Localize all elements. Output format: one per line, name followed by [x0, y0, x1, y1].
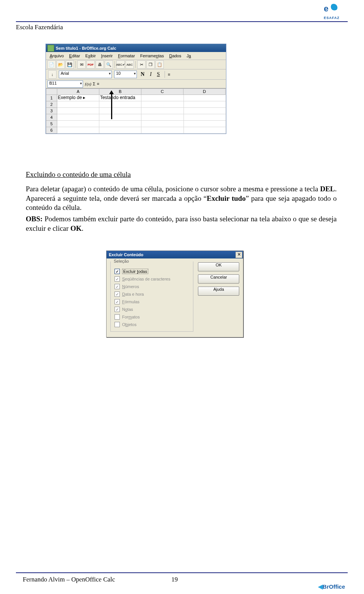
bold-button[interactable]: N — [139, 71, 146, 77]
selection-group: Seleção ✓Excluir todas✓Seqüências de car… — [110, 262, 193, 332]
font-combo[interactable]: Arial — [59, 71, 112, 78]
menu-formatar[interactable]: Formatar — [116, 53, 137, 59]
cell-A4[interactable] — [57, 114, 99, 121]
col-headers: A B C D — [46, 88, 226, 95]
checkbox-5: ✓Notas — [115, 306, 189, 313]
cell-C1[interactable] — [141, 95, 184, 101]
footer-author: Fernando Alvim – OpenOffice Calc — [23, 576, 115, 583]
autospell-icon[interactable]: ABC — [126, 60, 134, 69]
row-4[interactable]: 4 — [46, 114, 57, 121]
col-A[interactable]: A — [57, 88, 99, 95]
checkbox-label: Data e hora — [122, 292, 144, 296]
cell-B2[interactable] — [99, 101, 141, 108]
checkbox-6: Formatos — [115, 313, 189, 321]
name-box[interactable]: B11 — [47, 80, 83, 88]
save-icon[interactable]: 💾 — [66, 60, 74, 69]
cell-D1[interactable] — [184, 95, 226, 101]
checkbox-box — [115, 322, 120, 327]
new-icon[interactable]: 📄 — [47, 60, 56, 69]
format-toolbar: ↓ Arial 10 N I S ≡ — [46, 69, 226, 80]
pdf-icon[interactable]: PDF — [86, 60, 95, 69]
checkbox-box — [115, 314, 120, 320]
dialog-title: Excluir Conteúdo — [109, 252, 143, 257]
row-3[interactable]: 3 — [46, 108, 57, 114]
cell-C5[interactable] — [141, 121, 184, 127]
cell-C4[interactable] — [141, 114, 184, 121]
window-title: Sem título1 - BrOffice.org Calc — [56, 46, 116, 50]
menu-ferramentas[interactable]: Ferramentas — [138, 53, 166, 59]
preview-icon[interactable]: 🔍 — [105, 60, 113, 69]
underline-button[interactable]: S — [155, 71, 162, 77]
align-left-icon[interactable]: ≡ — [168, 72, 170, 77]
menu-dados[interactable]: Dados — [167, 53, 184, 59]
checkbox-label: Notas — [122, 307, 133, 312]
cell-D6[interactable] — [184, 127, 226, 134]
checkbox-box: ✓ — [115, 291, 120, 297]
dialog-titlebar: Excluir Conteúdo ✕ — [107, 251, 243, 258]
menu-editar[interactable]: Editar — [67, 53, 82, 59]
cell-B1[interactable]: Testando entrada — [99, 95, 141, 101]
cell-C6[interactable] — [141, 127, 184, 134]
footer-rule — [16, 572, 348, 573]
equals-icon[interactable]: = — [97, 82, 99, 86]
cell-B4[interactable] — [99, 114, 141, 121]
cell-A1[interactable]: Exemplo de ▸ — [57, 95, 99, 101]
cell-C3[interactable] — [141, 108, 184, 114]
cell-A3[interactable] — [57, 108, 99, 114]
standard-toolbar: 📄 📂 💾 ✉ PDF 🖶 🔍 ABC✔ ABC ✂ ❐ 📋 — [46, 60, 226, 69]
row-5[interactable]: 5 — [46, 121, 57, 127]
broffice-logo: ◀BrOffice — [318, 583, 345, 590]
cut-icon[interactable]: ✂ — [137, 60, 146, 69]
col-B[interactable]: B — [99, 88, 141, 95]
fx-icon[interactable]: ƒ(x) — [85, 82, 91, 86]
col-D[interactable]: D — [184, 88, 226, 95]
spreadsheet-grid[interactable]: A B C D 1 Exemplo de ▸ Testando entrada … — [46, 88, 226, 134]
cell-D3[interactable] — [184, 108, 226, 114]
cell-A2[interactable] — [57, 101, 99, 108]
styles-icon[interactable]: ↓ — [48, 70, 56, 79]
checkbox-box: ✓ — [115, 276, 120, 282]
select-all-corner[interactable] — [46, 88, 57, 95]
cell-D5[interactable] — [184, 121, 226, 127]
sum-icon[interactable]: Σ — [93, 82, 96, 86]
cell-A5[interactable] — [57, 121, 99, 127]
cell-B5[interactable] — [99, 121, 141, 127]
checkbox-7: Objetos — [115, 321, 189, 328]
checkbox-0[interactable]: ✓Excluir todas — [115, 268, 189, 275]
cell-D4[interactable] — [184, 114, 226, 121]
paste-icon[interactable]: 📋 — [155, 60, 164, 69]
menu-bar[interactable]: Arquivo Editar Exibir Inserir Formatar F… — [46, 52, 226, 60]
copy-icon[interactable]: ❐ — [146, 60, 155, 69]
window-titlebar: Sem título1 - BrOffice.org Calc — [46, 44, 226, 52]
cell-C2[interactable] — [141, 101, 184, 108]
document-body: Excluindo o conteúdo de uma célula Para … — [26, 163, 337, 235]
col-C[interactable]: C — [141, 88, 184, 95]
close-icon[interactable]: ✕ — [235, 252, 242, 258]
print-icon[interactable]: 🖶 — [96, 60, 104, 69]
cell-B6[interactable] — [99, 127, 141, 134]
open-icon[interactable]: 📂 — [56, 60, 65, 69]
row-2[interactable]: 2 — [46, 101, 57, 108]
checkbox-3: ✓Data e hora — [115, 290, 189, 298]
help-button[interactable]: Ajuda — [198, 287, 239, 296]
checkbox-label: Objetos — [122, 322, 136, 327]
menu-janela[interactable]: Ja — [184, 53, 193, 59]
spellcheck-icon[interactable]: ABC✔ — [116, 60, 125, 69]
group-title: Seleção — [112, 259, 130, 263]
menu-inserir[interactable]: Inserir — [99, 53, 115, 59]
wing-icon: ◀ — [318, 583, 323, 590]
cell-B3[interactable] — [99, 108, 141, 114]
row-1[interactable]: 1 — [46, 95, 57, 101]
size-combo[interactable]: 10 — [114, 71, 137, 78]
mail-icon[interactable]: ✉ — [77, 60, 86, 69]
ok-button[interactable]: OK — [198, 262, 239, 271]
menu-arquivo[interactable]: Arquivo — [47, 53, 66, 59]
paragraph-2: OBS: Podemos também excluir parte do con… — [26, 214, 337, 233]
menu-exibir[interactable]: Exibir — [83, 53, 98, 59]
cancel-button[interactable]: Cancelar — [198, 274, 239, 284]
italic-button[interactable]: I — [148, 71, 153, 77]
cell-D2[interactable] — [184, 101, 226, 108]
cell-A6[interactable] — [57, 127, 99, 134]
row-6[interactable]: 6 — [46, 127, 57, 134]
school-name: Escola Fazendária — [16, 24, 63, 31]
